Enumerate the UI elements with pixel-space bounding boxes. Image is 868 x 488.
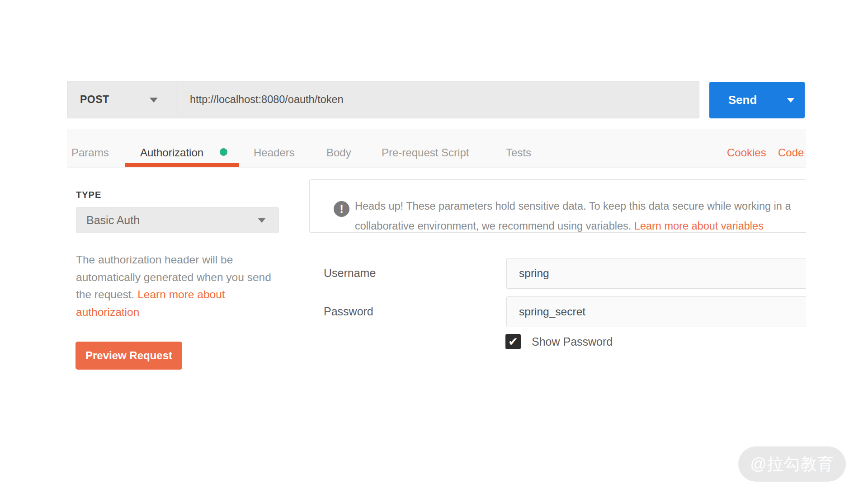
request-tab-bar: Params Authorization Headers Body Pre-re… <box>67 129 806 168</box>
show-password-label: Show Password <box>532 335 613 348</box>
chevron-down-icon <box>787 98 794 103</box>
warning-line-1: Heads up! These parameters hold sensitiv… <box>355 196 791 216</box>
url-input[interactable] <box>176 81 699 118</box>
username-label: Username <box>324 267 376 280</box>
password-field[interactable] <box>506 296 806 327</box>
show-password-checkbox[interactable]: ✔ <box>505 334 521 349</box>
warning-line-2: collaborative environment, we recommend … <box>355 216 791 236</box>
authorization-active-dot-icon <box>220 148 227 156</box>
send-button[interactable]: Send <box>709 82 776 118</box>
tab-pre-request-script[interactable]: Pre-request Script <box>382 146 469 159</box>
watermark-badge: @拉勾教育 <box>738 446 846 482</box>
chevron-down-icon <box>150 98 158 103</box>
warning-text: Heads up! These parameters hold sensitiv… <box>355 196 791 236</box>
auth-description: The authorization header will be automat… <box>76 251 285 321</box>
username-field[interactable] <box>506 258 806 289</box>
active-tab-underline <box>125 163 239 167</box>
auth-type-value: Basic Auth <box>76 214 258 227</box>
exclamation-icon: ! <box>334 201 349 217</box>
auth-type-dropdown[interactable]: Basic Auth <box>76 207 279 233</box>
auth-credentials-panel: ! Heads up! These parameters hold sensit… <box>299 170 806 373</box>
learn-more-variables-link[interactable]: Learn more about variables <box>634 220 764 232</box>
tab-headers[interactable]: Headers <box>254 146 295 159</box>
warning-line-2-text: collaborative environment, we recommend … <box>355 220 634 232</box>
auth-type-label: TYPE <box>76 190 101 200</box>
method-dropdown[interactable]: POST <box>67 81 176 118</box>
tab-tests[interactable]: Tests <box>506 146 531 159</box>
request-url-bar: POST <box>67 81 699 118</box>
password-label: Password <box>324 305 373 318</box>
preview-request-button[interactable]: Preview Request <box>75 342 182 370</box>
send-options-button[interactable] <box>776 82 805 118</box>
chevron-down-icon <box>258 218 266 223</box>
method-label: POST <box>80 94 109 106</box>
tab-body[interactable]: Body <box>326 146 351 159</box>
tab-params[interactable]: Params <box>71 146 109 159</box>
cookies-link[interactable]: Cookies <box>727 146 766 159</box>
sensitive-data-warning: ! Heads up! These parameters hold sensit… <box>309 179 806 233</box>
code-link[interactable]: Code <box>778 146 804 159</box>
tab-authorization[interactable]: Authorization <box>140 146 203 159</box>
send-split-button: Send <box>709 82 805 118</box>
